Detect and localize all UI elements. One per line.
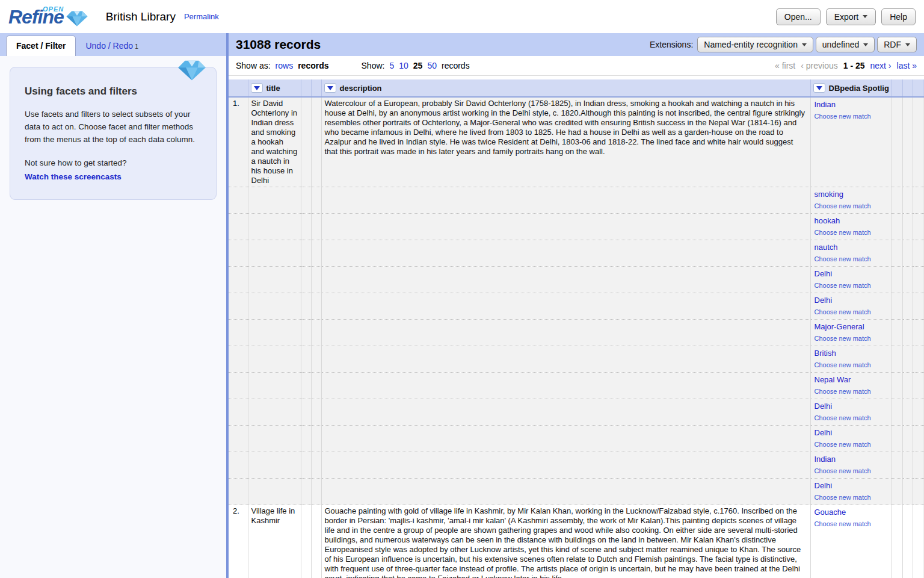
entity-link[interactable]: Major-General [815,322,888,332]
description-cell [321,452,810,479]
open-button[interactable]: Open... [776,8,821,25]
title-cell [248,399,301,426]
extension-button-2[interactable]: RDF [877,37,917,52]
description-cell [321,320,810,346]
description-cell [321,293,810,320]
page-size-suffix: records [442,61,470,70]
tab-facet-filter[interactable]: Facet / Filter [6,36,76,56]
choose-new-match-link[interactable]: Choose new match [815,281,888,290]
description-cell [321,214,810,240]
empty-cell [311,320,321,346]
choose-new-match-link[interactable]: Choose new match [815,254,888,264]
entity-link[interactable]: Nepal War [815,375,888,385]
choose-new-match-link[interactable]: Choose new match [815,360,888,370]
permalink-link[interactable]: Permalink [184,12,219,21]
empty-cell [311,214,321,240]
empty-cell [311,97,321,187]
column-header-dbpedia-spotlig: DBpedia Spotlig [810,79,892,97]
facets-help-box: Using facets and filters Use facets and … [10,67,217,200]
empty-cell [913,346,923,373]
choose-new-match-link[interactable]: Choose new match [815,111,888,121]
tab-undo-redo[interactable]: Undo / Redo1 [76,36,148,56]
empty-cell [913,240,923,267]
column-label: DBpedia Spotlig [829,84,889,93]
dbpedia-match-cell: IndianChoose new match [810,97,892,187]
help-button[interactable]: Help [881,8,916,25]
choose-new-match-link[interactable]: Choose new match [815,440,888,449]
show-as-rows-link[interactable]: rows [276,61,294,70]
row-number-cell [229,320,248,346]
entity-link[interactable]: hookah [815,216,888,226]
column-header-empty [913,79,923,97]
empty-cell [892,479,902,505]
choose-new-match-link[interactable]: Choose new match [815,387,888,396]
entity-link[interactable]: Delhi [815,428,888,438]
entity-sub-row: Major-GeneralChoose new match [229,320,924,346]
entity-link[interactable]: nautch [815,243,888,252]
entity-link[interactable]: Indian [815,455,888,464]
choose-new-match-link[interactable]: Choose new match [815,493,888,502]
help-box-title: Using facets and filters [25,85,202,98]
entity-sub-row: nautchChoose new match [229,240,924,267]
facet-panel: Using facets and filters Use facets and … [0,56,226,578]
empty-cell [913,505,923,578]
dbpedia-match-cell: DelhiChoose new match [810,267,892,293]
last-page-link[interactable]: last » [897,61,917,70]
entity-link[interactable]: British [815,349,888,358]
empty-cell [892,267,902,293]
next-page-link[interactable]: next › [870,61,892,70]
choose-new-match-link[interactable]: Choose new match [815,413,888,423]
entity-sub-row: DelhiChoose new match [229,267,924,293]
column-menu-button[interactable] [324,83,336,93]
extension-button-0[interactable]: Named-entity recognition [697,37,813,52]
dbpedia-match-cell: IndianChoose new match [810,452,892,479]
diamond-icon [176,58,208,83]
page-size-5-link[interactable]: 5 [389,61,394,70]
entity-link[interactable]: Indian [815,100,888,110]
watch-screencasts-link[interactable]: Watch these screencasts [25,171,122,184]
empty-cell [913,426,923,452]
title-cell [248,240,301,267]
choose-new-match-link[interactable]: Choose new match [815,466,888,476]
empty-cell [892,97,902,187]
empty-cell [902,97,913,187]
entity-link[interactable]: Delhi [815,402,888,411]
empty-cell [892,426,902,452]
choose-new-match-link[interactable]: Choose new match [815,307,888,317]
export-button[interactable]: Export [826,8,876,25]
column-menu-button[interactable] [813,83,825,93]
dbpedia-match-cell: DelhiChoose new match [810,399,892,426]
extension-button-1[interactable]: undefined [816,37,875,52]
empty-cell [892,293,902,320]
summary-bar: 31088 records Extensions: Named-entity r… [229,33,924,56]
column-header-empty [311,79,321,97]
description-cell: Watercolour of a European, probably Sir … [321,97,810,187]
empty-cell [913,267,923,293]
entity-link[interactable]: Delhi [815,481,888,491]
row-number-cell [229,452,248,479]
empty-cell [913,452,923,479]
brand-open-text: OPEN [43,5,64,13]
choose-new-match-link[interactable]: Choose new match [815,228,888,237]
empty-cell [902,505,913,578]
empty-cell [301,320,311,346]
empty-cell [301,426,311,452]
title-cell [248,320,301,346]
extensions-label: Extensions: [650,40,693,49]
page-size-50-link[interactable]: 50 [427,61,437,70]
entity-sub-row: DelhiChoose new match [229,293,924,320]
empty-cell [902,399,913,426]
title-cell [248,452,301,479]
entity-link[interactable]: smoking [815,190,888,199]
choose-new-match-link[interactable]: Choose new match [815,519,888,529]
entity-link[interactable]: Delhi [815,269,888,279]
empty-cell [902,452,913,479]
column-menu-button[interactable] [251,83,263,93]
empty-cell [902,346,913,373]
entity-link[interactable]: Delhi [815,296,888,305]
choose-new-match-link[interactable]: Choose new match [815,334,888,343]
empty-cell [902,479,913,505]
entity-link[interactable]: Gouache [815,508,888,517]
page-size-10-link[interactable]: 10 [399,61,408,70]
choose-new-match-link[interactable]: Choose new match [815,201,888,211]
